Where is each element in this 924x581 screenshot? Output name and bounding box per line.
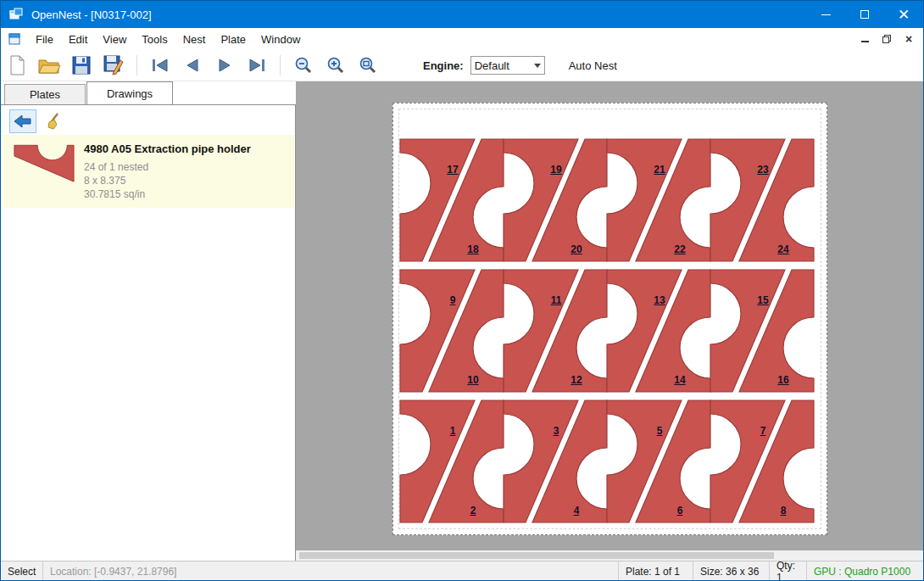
part-number-label: 22 — [674, 243, 685, 255]
part-number-label: 9 — [450, 294, 456, 306]
toolbar-separator — [280, 55, 281, 75]
nested-pair: 1314 — [605, 266, 712, 395]
drawing-nested-count: 24 of 1 nested — [84, 160, 251, 174]
zoom-out-icon — [294, 56, 313, 75]
mdi-minimize-button[interactable] — [855, 31, 874, 47]
part-number-label: 4 — [574, 505, 580, 517]
zoom-in-icon — [326, 56, 345, 75]
drawing-size: 8 x 8.375 — [84, 174, 251, 187]
send-to-plate-button[interactable] — [9, 109, 36, 133]
part-number-label: 10 — [467, 374, 478, 386]
status-qty: Qty: 1 — [769, 561, 806, 581]
close-icon: ✕ — [898, 8, 910, 22]
first-arrow-icon — [151, 58, 170, 73]
zoom-out-button[interactable] — [289, 53, 318, 78]
nested-pair: 1718 — [398, 136, 505, 265]
part-number-label: 6 — [677, 505, 683, 517]
main-toolbar: Engine: Default Auto Nest — [1, 50, 923, 81]
zoom-in-button[interactable] — [321, 53, 350, 78]
open-button[interactable] — [35, 53, 64, 78]
mdi-close-icon: × — [905, 33, 912, 45]
status-mode: Select — [1, 561, 43, 581]
nested-pair: 1920 — [502, 136, 609, 265]
prev-arrow-icon — [184, 58, 201, 73]
engine-value: Default — [475, 59, 509, 72]
part-number-label: 14 — [674, 374, 685, 386]
zoom-fit-button[interactable] — [353, 53, 382, 78]
first-plate-button[interactable] — [146, 53, 175, 78]
menu-item-tools[interactable]: Tools — [134, 30, 175, 49]
new-button[interactable] — [3, 53, 31, 78]
save-edit-icon — [103, 55, 124, 75]
nested-pair: 34 — [502, 397, 609, 526]
minimize-icon — [821, 14, 831, 15]
part-number-label: 2 — [470, 505, 476, 517]
tabstrip: Plates Drawings — [1, 81, 296, 104]
nested-pair: 2324 — [709, 136, 815, 265]
drawing-area: 30.7815 sq/in — [84, 187, 251, 201]
mdi-restore-button[interactable] — [877, 31, 896, 47]
scrollbar-thumb[interactable] — [299, 552, 774, 559]
part-number-label: 16 — [777, 374, 788, 386]
drawing-title: 4980 A05 Extraction pipe holder — [84, 142, 251, 155]
mdi-close-button[interactable]: × — [899, 31, 918, 47]
mdi-child-icon — [8, 32, 21, 46]
part-number-label: 8 — [781, 505, 787, 517]
part-number-label: 15 — [757, 294, 768, 306]
engine-label: Engine: — [423, 59, 464, 72]
panel-toolbar — [1, 108, 295, 135]
menu-item-nest[interactable]: Nest — [175, 30, 214, 49]
minimize-button[interactable] — [806, 1, 845, 28]
statusbar: Select Location: [-0.9437, 21.8796] Plat… — [1, 561, 923, 581]
engine-select[interactable]: Default — [470, 56, 545, 75]
save-floppy-icon — [72, 56, 91, 75]
nested-pair: 12 — [398, 397, 505, 526]
next-arrow-icon — [216, 58, 233, 73]
save-button[interactable] — [67, 53, 96, 78]
part-number-label: 23 — [757, 164, 768, 176]
auto-nest-button[interactable]: Auto Nest — [564, 56, 622, 75]
nested-pair: 910 — [398, 266, 505, 395]
part-number-label: 19 — [550, 164, 561, 176]
menu-item-window[interactable]: Window — [253, 30, 308, 49]
tab-drawings[interactable]: Drawings — [86, 81, 173, 104]
menu-item-view[interactable]: View — [95, 30, 134, 49]
app-icon — [9, 8, 23, 21]
maximize-button[interactable] — [845, 1, 884, 28]
next-plate-button[interactable] — [210, 53, 239, 78]
part-number-label: 13 — [654, 294, 665, 306]
prev-plate-button[interactable] — [178, 53, 207, 78]
status-plate: Plate: 1 of 1 — [618, 561, 693, 581]
part-number-label: 20 — [571, 243, 582, 255]
part-number-label: 1 — [450, 425, 456, 437]
part-number-label: 11 — [551, 294, 562, 306]
zoom-fit-icon — [359, 56, 377, 75]
part-number-label: 24 — [777, 243, 788, 255]
window-title: OpenNest - [N0317-002] — [31, 8, 152, 21]
part-number-label: 3 — [554, 425, 559, 437]
broom-icon — [46, 112, 64, 131]
menu-item-edit[interactable]: Edit — [61, 30, 95, 49]
plate: 171819202122232491011121314151612345678 — [392, 103, 827, 535]
save-as-button[interactable] — [99, 53, 128, 78]
horizontal-scrollbar[interactable] — [296, 550, 924, 561]
status-location: Location: [-0.9437, 21.8796] — [43, 561, 183, 581]
nested-pair: 56 — [605, 397, 712, 526]
nest-canvas[interactable]: 171819202122232491011121314151612345678 — [296, 81, 924, 550]
part-number-label: 5 — [657, 425, 663, 437]
maximize-icon — [860, 10, 869, 19]
part-thumbnail — [11, 139, 77, 202]
last-arrow-icon — [248, 58, 266, 73]
drawings-panel: 4980 A05 Extraction pipe holder 24 of 1 … — [1, 104, 296, 561]
last-plate-button[interactable] — [242, 53, 271, 78]
drawing-list-item[interactable]: 4980 A05 Extraction pipe holder 24 of 1 … — [3, 135, 294, 208]
app-window: OpenNest - [N0317-002] ✕ File Edit View … — [0, 0, 924, 581]
clear-button[interactable] — [42, 109, 69, 133]
menu-item-plate[interactable]: Plate — [213, 30, 253, 49]
menu-item-file[interactable]: File — [28, 30, 61, 49]
part-number-label: 7 — [760, 425, 766, 437]
tab-plates[interactable]: Plates — [4, 84, 86, 104]
blue-arrow-icon — [14, 114, 32, 129]
close-button[interactable]: ✕ — [884, 1, 923, 28]
mdi-restore-icon — [882, 35, 891, 43]
